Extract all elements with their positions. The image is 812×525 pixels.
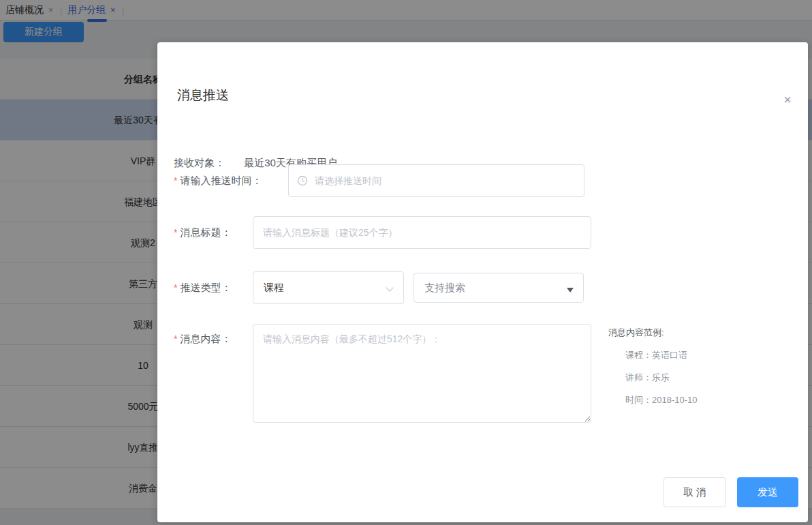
push-time-picker[interactable] — [288, 164, 584, 197]
message-title-input[interactable] — [253, 216, 591, 249]
required-asterisk: * — [174, 282, 177, 293]
message-push-dialog: 消息推送 × 接收对象： 最近30天有购买用户 *请输入推送时间： *消息标题： — [157, 42, 808, 522]
close-icon[interactable]: × — [779, 91, 796, 108]
push-type-select[interactable]: 课程 — [253, 271, 404, 304]
push-type-row: *推送类型： 课程 支持搜索 — [157, 271, 808, 304]
dropdown-arrow-icon — [567, 288, 574, 292]
push-time-row: *请输入推送时间： — [157, 164, 808, 197]
chevron-down-icon — [386, 284, 393, 291]
send-button[interactable]: 发送 — [737, 477, 798, 507]
required-asterisk: * — [174, 333, 177, 344]
required-asterisk: * — [174, 175, 177, 186]
cancel-button[interactable]: 取 消 — [663, 477, 726, 507]
course-search-placeholder: 支持搜索 — [424, 282, 465, 295]
example-item: 课程：英语口语 — [625, 349, 806, 361]
push-time-label: *请输入推送时间： — [174, 164, 262, 197]
message-title-label: *消息标题： — [174, 216, 231, 249]
page: 店铺概况 × | 用户分组 × | 新建分组 分组名称最近30天有购VIP群福建… — [0, 0, 812, 525]
example-title: 消息内容范例: — [608, 327, 806, 339]
example-item: 时间：2018-10-10 — [625, 394, 806, 406]
course-search-select[interactable]: 支持搜索 — [413, 273, 584, 303]
content-example-panel: 消息内容范例: 课程：英语口语讲师：乐乐时间：2018-10-10 — [608, 327, 806, 417]
example-item: 讲师：乐乐 — [625, 372, 806, 384]
message-content-textarea[interactable] — [253, 324, 591, 423]
message-content-label: *消息内容： — [174, 333, 231, 346]
dialog-footer: 取 消 发送 — [663, 477, 798, 507]
required-asterisk: * — [174, 227, 177, 238]
dialog-title: 消息推送 — [177, 87, 229, 104]
push-time-input[interactable] — [288, 164, 584, 197]
push-type-selected-value: 课程 — [264, 282, 284, 295]
push-type-label: *推送类型： — [174, 271, 231, 304]
message-title-row: *消息标题： — [157, 216, 808, 249]
example-items: 课程：英语口语讲师：乐乐时间：2018-10-10 — [608, 349, 806, 406]
